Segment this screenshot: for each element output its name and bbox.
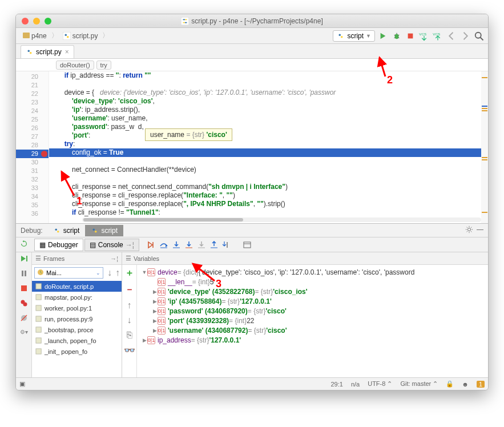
gutter-line[interactable]: 36 xyxy=(16,210,49,218)
run-to-cursor-button[interactable] xyxy=(220,239,233,251)
variable-row[interactable]: ▶0|1'port' (4339392328) = {int} 22 xyxy=(137,316,488,325)
gutter-line[interactable]: 24 xyxy=(16,107,49,115)
breadcrumb[interactable]: p4ne 〉 script.py 〉 xyxy=(19,31,109,41)
gutter-line[interactable]: 32 xyxy=(16,175,49,184)
gutter-line[interactable]: 26 xyxy=(16,124,49,132)
gutter-line[interactable]: 22 xyxy=(16,90,49,98)
debug-session-tab-active[interactable]: script xyxy=(85,225,123,236)
gutter-line[interactable]: 23 xyxy=(16,98,49,107)
stack-frame[interactable]: mapstar, pool.py: xyxy=(32,292,122,303)
code-line[interactable]: cli_response = cli_response.replace("Int… xyxy=(49,191,488,200)
gutter[interactable]: 2021222324252627282930313233343536 xyxy=(16,71,49,223)
vcs-commit-button[interactable]: VCS xyxy=(432,30,443,42)
variable-row[interactable]: ▶0|1'password' (4340687920) = {str} 'cis… xyxy=(137,306,488,316)
minimize-panel-icon[interactable]: — xyxy=(477,225,483,235)
gutter-line[interactable]: 35 xyxy=(16,201,49,210)
step-into-button[interactable] xyxy=(170,239,183,251)
readonly-status[interactable]: n/a xyxy=(351,381,360,388)
stack-frame[interactable]: doRouter, script.p xyxy=(32,281,122,292)
gutter-line[interactable]: 33 xyxy=(16,184,49,192)
variable-row[interactable]: 0|1__len__ = {int} 5 xyxy=(137,277,488,287)
code-editor[interactable]: 2021222324252627282930313233343536 if ip… xyxy=(16,71,488,223)
move-up-button[interactable]: ↑ xyxy=(127,300,132,311)
code-line[interactable]: 'ip': ip_address.strip(), xyxy=(49,106,488,114)
variable-row[interactable]: ▼0|1device = {dict} {'device_type': 'cis… xyxy=(137,267,488,277)
back-button[interactable] xyxy=(446,30,457,42)
code-line[interactable] xyxy=(49,174,488,183)
stack-frame[interactable]: _init_ popen_fo xyxy=(32,346,122,357)
settings-icon[interactable]: ⚙︎▾ xyxy=(20,329,28,335)
gutter-line[interactable]: 21 xyxy=(16,81,49,90)
hector-icon[interactable]: ☻ xyxy=(462,381,469,388)
variable-row[interactable]: ▶0|1'device_type' (4352822768) = {str} '… xyxy=(137,287,488,296)
code-line[interactable] xyxy=(49,80,488,88)
code-line[interactable] xyxy=(49,157,488,166)
code-line[interactable]: config_ok = True xyxy=(49,148,488,157)
code-line[interactable]: try: xyxy=(49,140,488,148)
git-branch[interactable]: Git: master ⌃ xyxy=(400,380,438,388)
step-out-button[interactable] xyxy=(208,239,220,251)
encoding-select[interactable]: UTF-8 ⌃ xyxy=(368,380,392,388)
breadcrumb-project[interactable]: p4ne xyxy=(31,32,47,40)
show-execution-point-button[interactable] xyxy=(145,239,158,251)
gutter-line[interactable]: 31 xyxy=(16,167,49,175)
variable-row[interactable]: ▶0|1ip_address = {str} '127.0.0.1' xyxy=(137,335,488,345)
code-line[interactable]: cli_response = net_connect.send_command(… xyxy=(49,183,488,191)
code-line[interactable]: 'password': pass_w d, xyxy=(49,123,488,131)
move-down-button[interactable]: ↓ xyxy=(127,315,132,325)
evaluate-expression-button[interactable] xyxy=(241,239,253,251)
gutter-line[interactable]: 28 xyxy=(16,141,49,150)
code-line[interactable]: if ip_address == '': return "" xyxy=(49,71,488,80)
debug-session-tab[interactable]: script xyxy=(47,225,86,236)
context-function[interactable]: doRouter() xyxy=(56,61,94,70)
tool-window-quick-access-icon[interactable]: ▣ xyxy=(19,380,25,388)
code-line[interactable]: 'username': user_name, xyxy=(49,114,488,123)
error-stripe[interactable] xyxy=(481,71,488,223)
code-line[interactable]: device = { device: {'device_type': 'cisc… xyxy=(49,88,488,97)
view-breakpoints-button[interactable] xyxy=(20,299,28,309)
gutter-line[interactable]: 30 xyxy=(16,158,49,167)
stack-frame[interactable]: worker, pool.py:1 xyxy=(32,303,122,313)
variable-row[interactable]: ▶0|1'username' (4340687792) = {str} 'cis… xyxy=(137,325,488,335)
lock-icon[interactable]: 🔒 xyxy=(446,380,454,388)
debug-button[interactable] xyxy=(391,30,402,42)
code-line[interactable]: 'device_type': 'cisco_ios', xyxy=(49,97,488,106)
next-frame-button[interactable]: ↑ xyxy=(114,268,122,278)
step-into-my-code-button[interactable] xyxy=(183,239,195,251)
mute-breakpoints-button[interactable] xyxy=(20,314,28,324)
code-body[interactable]: if ip_address == '': return "" device = … xyxy=(49,71,488,223)
editor-tab-script[interactable]: script.py × xyxy=(21,45,74,58)
notifications-badge[interactable]: 1 xyxy=(477,381,485,388)
console-tab[interactable]: ▤Console→¦ xyxy=(84,239,139,251)
variable-row[interactable]: ▶0|1'ip' (4345758864) = {str} '127.0.0.1… xyxy=(137,296,488,306)
code-line[interactable]: cli_response = cli_response.replace(", I… xyxy=(49,200,488,208)
show-watches-button[interactable]: 👓 xyxy=(124,345,135,356)
copy-button[interactable]: ⎘ xyxy=(127,330,132,340)
close-tab-icon[interactable]: × xyxy=(65,48,69,56)
stop-button[interactable] xyxy=(405,30,416,42)
run-config-select[interactable]: script ▼ xyxy=(333,30,375,42)
variables-tree[interactable]: ▼0|1device = {dict} {'device_type': 'cis… xyxy=(137,265,488,377)
gutter-line[interactable]: 25 xyxy=(16,115,49,124)
add-watch-button[interactable]: ＋ xyxy=(125,267,134,279)
thread-select[interactable]: Mai... ⌄ xyxy=(34,267,103,279)
code-line[interactable]: net_connect = ConnectHandler(**device) xyxy=(49,166,488,174)
rerun-button[interactable] xyxy=(20,240,28,250)
gutter-line[interactable]: 27 xyxy=(16,132,49,141)
search-button[interactable] xyxy=(473,30,485,42)
horizontal-scrollbar[interactable] xyxy=(82,217,481,222)
breadcrumb-file[interactable]: script.py xyxy=(72,32,98,40)
resume-button[interactable] xyxy=(20,255,28,265)
gutter-line[interactable]: 29 xyxy=(16,150,49,158)
prev-frame-button[interactable]: ↓ xyxy=(106,268,114,278)
remove-watch-button[interactable]: － xyxy=(125,284,134,296)
stop-debug-button[interactable] xyxy=(20,284,28,295)
vcs-update-button[interactable]: VCS xyxy=(418,30,430,42)
debugger-tab[interactable]: ▦Debugger xyxy=(34,239,83,251)
gutter-line[interactable]: 34 xyxy=(16,192,49,201)
caret-position[interactable]: 29:1 xyxy=(330,381,342,388)
code-line[interactable]: 'port': xyxy=(49,131,488,140)
code-line[interactable]: if cli_response != "Tunnel1": xyxy=(49,208,488,217)
step-over-button[interactable] xyxy=(158,239,170,251)
run-button[interactable] xyxy=(377,30,389,42)
